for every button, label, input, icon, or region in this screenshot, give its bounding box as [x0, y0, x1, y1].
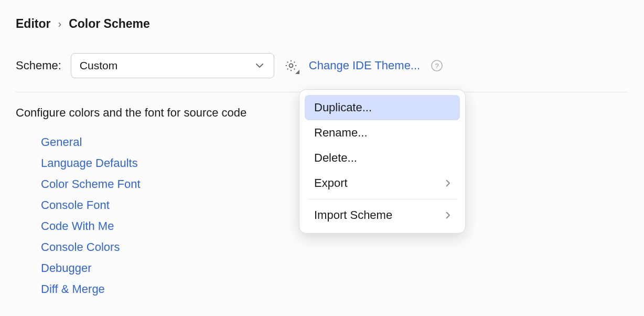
popup-item-duplicate[interactable]: Duplicate... [305, 95, 460, 120]
scheme-row: Scheme: Custom Change IDE Theme... ? [16, 53, 628, 78]
tree-item-console-colors[interactable]: Console Colors [41, 240, 628, 254]
svg-text:?: ? [435, 62, 439, 70]
popup-item-delete[interactable]: Delete... [305, 145, 460, 171]
scheme-label: Scheme: [16, 59, 61, 72]
popup-item-label: Delete... [314, 151, 357, 165]
change-ide-theme-link[interactable]: Change IDE Theme... [309, 59, 420, 72]
gear-popup-menu: Duplicate... Rename... Delete... Export … [299, 89, 466, 234]
gear-icon[interactable] [284, 58, 298, 73]
breadcrumb-parent[interactable]: Editor [16, 17, 50, 31]
help-icon[interactable]: ? [431, 59, 443, 72]
tree-item-diff-merge[interactable]: Diff & Merge [41, 282, 628, 296]
popup-item-rename[interactable]: Rename... [305, 120, 460, 145]
chevron-right-icon: › [58, 18, 61, 30]
popup-item-label: Duplicate... [314, 101, 372, 114]
popup-item-label: Rename... [314, 126, 368, 140]
popup-item-import-scheme[interactable]: Import Scheme [305, 203, 460, 228]
tree-item-debugger[interactable]: Debugger [41, 261, 628, 275]
scheme-select[interactable]: Custom [71, 53, 274, 78]
popup-divider [308, 199, 457, 199]
scheme-selected-value: Custom [80, 59, 117, 72]
popup-item-export[interactable]: Export [305, 171, 460, 196]
popup-item-label: Export [314, 176, 348, 190]
chevron-right-icon [446, 176, 450, 190]
chevron-down-icon [256, 64, 263, 68]
popup-item-label: Import Scheme [314, 208, 392, 222]
breadcrumb-current: Color Scheme [69, 17, 150, 31]
breadcrumb: Editor › Color Scheme [16, 17, 628, 31]
svg-point-0 [289, 64, 293, 68]
chevron-right-icon [446, 208, 450, 222]
